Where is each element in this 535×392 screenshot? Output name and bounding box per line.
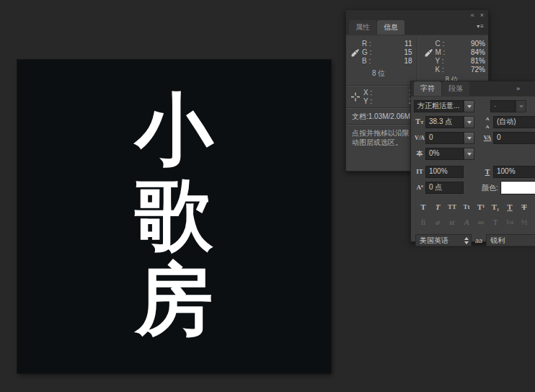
ordinals-icon: 1st [503, 216, 516, 228]
superscript-button[interactable]: T¹ [474, 201, 487, 213]
canvas-text-char: 歌 [136, 172, 213, 257]
font-family-dropdown-icon[interactable] [464, 100, 474, 112]
swash-icon: A [460, 216, 473, 228]
crosshair-icon [350, 92, 361, 102]
leading-field[interactable]: (自动) [493, 116, 535, 128]
channel-value: 84% [471, 48, 485, 57]
font-style-dropdown-icon [516, 100, 526, 112]
tracking-icon: VA [482, 135, 493, 141]
baseline-shift-field[interactable]: 0 点 [425, 182, 464, 194]
info-panel-tabbar: 属性 信息 ▾≡ [346, 20, 488, 35]
character-panel-tabbar: 字符 段落 » [411, 81, 535, 97]
vertical-scale-field[interactable]: 100% [425, 166, 464, 178]
rgb-readout: R :11 G :15 B :18 8 位 [346, 38, 415, 85]
horizontal-scale-field[interactable]: 100% [493, 166, 535, 178]
channel-value: 72% [471, 66, 485, 74]
small-caps-button[interactable]: Tt [460, 201, 473, 213]
font-size-dropdown-icon[interactable] [464, 116, 474, 128]
eyedropper-icon [350, 48, 360, 58]
channel-value: 15 [404, 48, 412, 57]
channel-label: K : [435, 66, 444, 74]
eyedropper-icon [424, 48, 433, 58]
collapse-panel-icon[interactable]: « [471, 12, 474, 19]
antialias-select[interactable]: 锐利 [486, 234, 535, 246]
discretionary-ligatures-icon: st [446, 216, 459, 228]
strikethrough-button[interactable]: T [518, 201, 531, 213]
channel-value: 18 [404, 57, 412, 66]
stylistic-alternates-icon: aa [474, 216, 487, 228]
text-color-label: 颜色: [482, 183, 498, 193]
underline-button[interactable]: T [503, 201, 516, 213]
canvas-text-char: 房 [136, 257, 213, 342]
character-panel: 字符 段落 » 方正粗活意... - TT 38.3 点 AA (自动) V/A [410, 81, 535, 242]
standard-ligatures-icon: fi [417, 216, 430, 228]
channel-label: C : [435, 40, 445, 48]
close-panel-icon[interactable]: × [480, 12, 484, 19]
proportional-spacing-icon: 夲 [414, 151, 425, 157]
antialias-icon: aa [473, 237, 485, 244]
vertical-scale-icon: IT [414, 169, 425, 175]
kerning-icon: V/A [414, 135, 425, 141]
channel-label: B : [362, 57, 371, 66]
expand-panel-icon[interactable]: » [516, 85, 519, 92]
leading-icon: AA [482, 115, 493, 130]
fractions-icon: ½ [518, 216, 531, 228]
channel-label: M : [435, 48, 446, 57]
channel-value: 11 [404, 40, 412, 48]
titling-alternates-icon: T [489, 216, 502, 228]
cmyk-readout: C :90% M :84% Y :81% K :72% 8 位 [420, 38, 489, 85]
y-label: Y : [363, 97, 372, 106]
faux-bold-button[interactable]: T [417, 201, 430, 213]
subscript-button[interactable]: T₁ [489, 201, 502, 213]
divider [417, 38, 418, 85]
bit-depth-label: 8 位 [362, 68, 412, 79]
document-canvas[interactable]: 小 歌 房 [17, 60, 331, 373]
font-size-field[interactable]: 38.3 点 [425, 116, 464, 128]
tab-info[interactable]: 信息 [377, 20, 404, 35]
x-label: X : [363, 89, 372, 97]
tab-paragraph[interactable]: 段落 [442, 81, 469, 96]
tab-properties[interactable]: 属性 [349, 20, 376, 35]
font-style-field: - [490, 100, 516, 112]
tracking-field[interactable]: 0 [493, 132, 535, 144]
proportional-spacing-field[interactable]: 0% [425, 148, 464, 160]
kerning-dropdown-icon[interactable] [464, 132, 474, 144]
channel-label: G : [362, 48, 371, 57]
channel-label: R : [362, 40, 371, 48]
info-panel-titlebar[interactable]: « × [346, 10, 488, 20]
channel-value: 90% [471, 40, 485, 48]
horizontal-scale-icon: T [482, 169, 493, 175]
language-select[interactable]: 美国英语 [415, 234, 472, 246]
channel-label: Y : [435, 57, 444, 66]
all-caps-button[interactable]: TT [446, 201, 459, 213]
contextual-alternates-icon: ø [431, 216, 444, 228]
baseline-shift-icon: Aª [414, 184, 425, 191]
tab-character[interactable]: 字符 [414, 81, 441, 96]
updown-arrow-icon [461, 237, 471, 244]
font-family-field[interactable]: 方正粗活意... [414, 100, 464, 112]
proportional-spacing-dropdown-icon[interactable] [464, 148, 474, 160]
channel-value: 81% [471, 57, 485, 66]
panel-menu-icon[interactable]: ▾≡ [477, 23, 485, 30]
canvas-text-char: 小 [136, 87, 213, 172]
font-size-icon: TT [414, 118, 425, 126]
text-color-swatch[interactable] [501, 182, 535, 194]
faux-italic-button[interactable]: T [431, 201, 444, 213]
kerning-field[interactable]: 0 [425, 132, 464, 144]
